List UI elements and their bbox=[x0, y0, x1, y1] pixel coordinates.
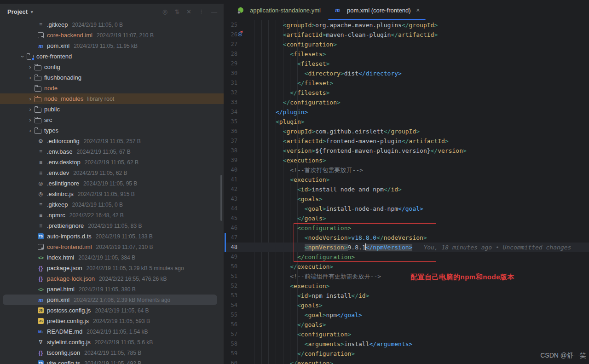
tree-item-core-frontend-iml[interactable]: core-frontend.iml2024/2/19 11:07, 210 B bbox=[0, 242, 224, 252]
chevron-collapsed-icon[interactable]: › bbox=[26, 64, 34, 70]
code-line-50[interactable]: 50 </execution> bbox=[225, 262, 589, 272]
tree-item-core-backend-iml[interactable]: core-backend.iml2024/2/19 11:07, 210 B bbox=[0, 30, 224, 40]
chevron-collapsed-icon[interactable]: › bbox=[26, 75, 34, 81]
close-tab-icon[interactable]: ✕ bbox=[416, 7, 420, 13]
tree-item-index-html[interactable]: <>index.html2024/2/19 11:05, 384 B bbox=[0, 252, 224, 263]
tree-item-package-lock-json[interactable]: {}package-lock.json2024/2/22 16:55, 476.… bbox=[0, 273, 224, 284]
tree-item-core-frontend[interactable]: ›core-frontend bbox=[0, 51, 224, 62]
expand-collapse-icon[interactable]: ⇅ bbox=[174, 9, 179, 15]
collapse-all-icon[interactable]: ✕ bbox=[186, 9, 191, 15]
maven-icon: m bbox=[37, 42, 45, 50]
tree-item-config[interactable]: ›config bbox=[0, 62, 224, 72]
code-line-39[interactable]: 39 <executions> bbox=[225, 156, 589, 165]
code-line-52[interactable]: 52 <execution> bbox=[225, 281, 589, 291]
maven-icon: m bbox=[334, 6, 341, 14]
tree-item--env-base[interactable]: ≡.env.base2024/2/19 11:05, 67 B bbox=[0, 146, 224, 157]
code-line-44[interactable]: 44 <goal>install-node-and-npm</goal> bbox=[225, 204, 589, 214]
code-line-38[interactable]: 38 <version>${frontend-maven-plugin.vers… bbox=[225, 146, 589, 156]
chevron-collapsed-icon[interactable]: › bbox=[26, 96, 34, 102]
tree-item-label: pom.xml bbox=[47, 296, 69, 303]
code-line-29[interactable]: 29 <fileset> bbox=[225, 59, 589, 69]
tree-item--env-desktop[interactable]: ≡.env.desktop2024/2/19 11:05, 62 B bbox=[0, 157, 224, 168]
code-line-35[interactable]: 35 <plugin> bbox=[225, 117, 589, 127]
library-root-badge: library root bbox=[87, 96, 114, 102]
tree-item-prettier-config-js[interactable]: JSprettier.config.js2024/2/19 11:05, 593… bbox=[0, 316, 224, 326]
chevron-expanded-icon[interactable]: › bbox=[19, 52, 26, 60]
code-line-58[interactable]: 58 <arguments>install</arguments> bbox=[225, 339, 589, 349]
code-line-48[interactable]: 48 <npmVersion>9.8.1</npmVersion>You, 18… bbox=[225, 243, 589, 252]
code-line-33[interactable]: 33 </configuration> bbox=[225, 98, 589, 107]
tree-item--npmrc[interactable]: ≡.npmrc2024/2/22 16:48, 42 B bbox=[0, 210, 224, 220]
code-line-40[interactable]: 40 <!--首次打包需要放开--> bbox=[225, 165, 589, 175]
code-line-59[interactable]: 59 </configuration> bbox=[225, 349, 589, 358]
code-line-30[interactable]: 30 <directory>dist</directory> bbox=[225, 69, 589, 78]
code-line-27[interactable]: 27 <configuration> bbox=[225, 40, 589, 49]
code-line-54[interactable]: 54 <goals> bbox=[225, 300, 589, 310]
tree-item--editorconfig[interactable]: ⚙.editorconfig2024/2/19 11:05, 257 B bbox=[0, 136, 224, 146]
code-text: <configuration> bbox=[242, 223, 351, 233]
tree-item-vite-config-ts[interactable]: TSvite.config.ts2024/2/19 11:05, 492 B bbox=[0, 358, 224, 364]
tree-item-pom-xml[interactable]: mpom.xml2024/2/22 17:06, 2.39 kB Moments… bbox=[0, 295, 224, 305]
tree-item--gitkeep[interactable]: ≡.gitkeep2024/2/19 11:05, 0 B bbox=[0, 199, 224, 210]
chevron-collapsed-icon[interactable]: › bbox=[26, 127, 34, 134]
javascript-icon: JS bbox=[37, 307, 45, 314]
code-line-45[interactable]: 45 </goals> bbox=[225, 214, 589, 223]
locate-file-icon[interactable]: ◎ bbox=[162, 9, 167, 15]
code-line-46[interactable]: 46 <configuration> bbox=[225, 223, 589, 233]
tree-item-src[interactable]: ›src bbox=[0, 115, 224, 125]
tree-item-label: package-lock.json bbox=[47, 275, 95, 282]
code-line-55[interactable]: 55 <goal>npm</goal> bbox=[225, 310, 589, 320]
chevron-collapsed-icon[interactable]: › bbox=[26, 106, 34, 113]
tree-item--eslintrc-js[interactable]: ◎.eslintrc.js2024/2/19 11:05, 915 B bbox=[0, 189, 224, 199]
code-line-42[interactable]: 42 <id>install node and npm</id> bbox=[225, 185, 589, 194]
tree-item--prettierignore[interactable]: ≡.prettierignore2024/2/19 11:05, 83 B bbox=[0, 220, 224, 231]
code-line-56[interactable]: 56 </goals> bbox=[225, 320, 589, 329]
tree-item-readme-md[interactable]: M↓README.md2024/2/19 11:05, 1.54 kB bbox=[0, 326, 224, 337]
tree-item-panel-html[interactable]: <>panel.html2024/2/19 11:05, 380 B bbox=[0, 284, 224, 295]
code-line-36[interactable]: 36 <groupId>com.github.eirslett</groupId… bbox=[225, 127, 589, 136]
code-line-53[interactable]: 53 <id>npm install</id> bbox=[225, 291, 589, 300]
text-file-icon: ≡ bbox=[37, 148, 45, 156]
tree-item--gitkeep[interactable]: ≡.gitkeep2024/2/19 11:05, 0 B bbox=[0, 19, 224, 30]
plugin-gutter-icon[interactable] bbox=[238, 32, 242, 36]
tree-item-node[interactable]: node bbox=[0, 83, 224, 93]
tree-item-types[interactable]: ›types bbox=[0, 125, 224, 136]
chevron-collapsed-icon[interactable]: › bbox=[26, 117, 34, 123]
tree-item-postcss-config-js[interactable]: JSpostcss.config.js2024/2/19 11:05, 64 B bbox=[0, 305, 224, 316]
code-line-25[interactable]: 25 <groupId>org.apache.maven.plugins</gr… bbox=[225, 20, 589, 30]
code-line-43[interactable]: 43 <goals> bbox=[225, 194, 589, 204]
file-meta: 2024/2/19 11:05, 5.6 kB bbox=[95, 339, 153, 346]
tab-pom-xml-core-frontend-[interactable]: mpom.xml (core-frontend)✕ bbox=[327, 0, 427, 20]
code-line-28[interactable]: 28 <filesets> bbox=[225, 49, 589, 59]
tree-item-auto-imports-d-ts[interactable]: TSauto-imports.d.ts2024/2/19 11:05, 133 … bbox=[0, 231, 224, 242]
file-meta: 2024/2/19 11:05, 785 B bbox=[84, 350, 141, 356]
code-line-34[interactable]: 34 </plugin> bbox=[225, 107, 589, 117]
tree-item-pom-xml[interactable]: mpom.xml2024/2/19 11:05, 11.95 kB bbox=[0, 40, 224, 51]
tree-item-label: src bbox=[44, 116, 52, 123]
code-line-31[interactable]: 31 </fileset> bbox=[225, 78, 589, 88]
code-line-32[interactable]: 32 </filesets> bbox=[225, 88, 589, 98]
tree-item-stylelint-config-js[interactable]: ∇stylelint.config.js2024/2/19 11:05, 5.6… bbox=[0, 337, 224, 347]
code-line-41[interactable]: 41 <execution> bbox=[225, 175, 589, 185]
line-number: 35 bbox=[225, 117, 242, 127]
tab-application-standalone-yml[interactable]: application-standalone.yml bbox=[230, 0, 327, 20]
project-tool-window-selector[interactable]: Project ▾ bbox=[7, 8, 33, 15]
code-line-37[interactable]: 37 <artifactId>frontend-maven-plugin</ar… bbox=[225, 136, 589, 146]
more-options-icon[interactable]: ⋮ bbox=[198, 9, 204, 15]
tree-item--env-dev[interactable]: ≡.env.dev2024/2/19 11:05, 62 B bbox=[0, 168, 224, 178]
tree-item-package-json[interactable]: {}package.json2024/2/19 11:05, 3.29 kB 5… bbox=[0, 263, 224, 273]
tree-item-node-modules[interactable]: ›node_moduleslibrary root bbox=[0, 93, 224, 104]
code-line-60[interactable]: 60 </execution> bbox=[225, 358, 589, 364]
code-line-49[interactable]: 49 </configuration> bbox=[225, 252, 589, 262]
code-line-57[interactable]: 57 <configuration> bbox=[225, 329, 589, 339]
tree-item-tsconfig-json[interactable]: {}tsconfig.json2024/2/19 11:05, 785 B bbox=[0, 347, 224, 358]
tree-scrollbar-thumb[interactable] bbox=[220, 175, 222, 221]
tree-item-flushbonading[interactable]: ›flushbonading bbox=[0, 72, 224, 83]
code-line-51[interactable]: 51 <!--前端组件有更新需要放开--> bbox=[225, 272, 589, 281]
tree-item--eslintignore[interactable]: ◎.eslintignore2024/2/19 11:05, 95 B bbox=[0, 178, 224, 189]
code-editor[interactable]: 配置自己电脑的npm和node版本 25 <groupId>org.apache… bbox=[225, 20, 589, 364]
tree-item-public[interactable]: ›public bbox=[0, 104, 224, 115]
code-line-47[interactable]: 47 <nodeVersion>v18.8.0</nodeVersion> bbox=[225, 233, 589, 243]
hide-panel-icon[interactable]: — bbox=[211, 9, 217, 15]
code-line-26[interactable]: 26 <artifactId>maven-clean-plugin</artif… bbox=[225, 30, 589, 40]
